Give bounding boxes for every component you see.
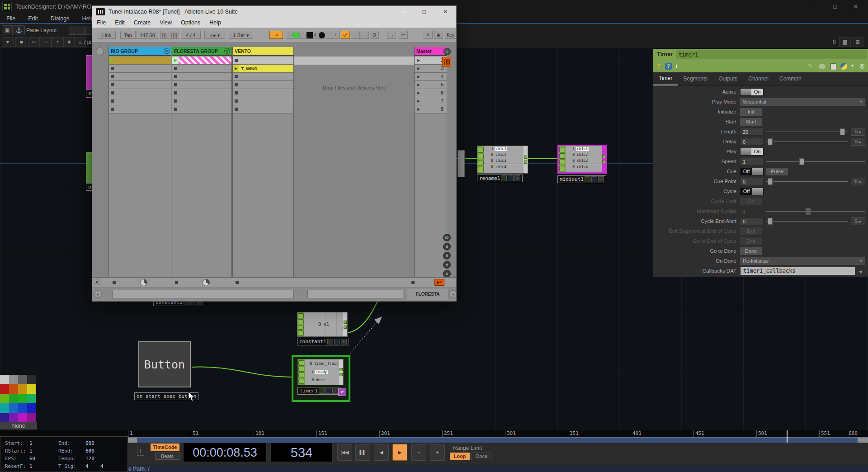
node-flag-button[interactable] bbox=[585, 176, 590, 182]
mixer-toggle-io[interactable]: IO bbox=[443, 234, 451, 241]
timecode-mode-button[interactable]: TimeCode bbox=[151, 444, 179, 451]
info-icon[interactable]: i bbox=[676, 62, 678, 69]
clip-slot-rio-2[interactable]: ▶ bbox=[109, 57, 171, 65]
palette-swatch[interactable] bbox=[18, 394, 27, 403]
tab-timer[interactable]: Timer bbox=[653, 72, 678, 85]
param-unit-button[interactable]: S ▸ bbox=[851, 217, 865, 225]
ableton-window[interactable]: Tunel Intalacao R08* [Tunel] - Ableton L… bbox=[92, 5, 457, 302]
slider-handle[interactable] bbox=[768, 138, 773, 145]
param-field-speed[interactable]: 1 bbox=[740, 158, 764, 165]
clip-slot-vento-7[interactable] bbox=[233, 97, 293, 105]
palette-swatch[interactable] bbox=[18, 403, 27, 413]
new-midi-icon[interactable]: + bbox=[331, 31, 340, 39]
clip-slot-floresta-5[interactable] bbox=[172, 81, 231, 89]
mixer-toggle-d[interactable]: D bbox=[443, 270, 451, 278]
time-signature-field[interactable]: 4 / 4 bbox=[181, 31, 201, 39]
palette-swatch[interactable] bbox=[27, 384, 36, 394]
list-icon[interactable]: ≣ bbox=[852, 37, 863, 47]
clip-slot-rio-6[interactable] bbox=[109, 89, 171, 97]
clip-slot-vento-5[interactable] bbox=[233, 81, 293, 89]
param-slider-cue-point[interactable] bbox=[766, 178, 848, 185]
node-button-comp[interactable]: Button bbox=[138, 341, 191, 387]
clip-slot-floresta-3[interactable] bbox=[172, 65, 231, 73]
master-header[interactable]: Master bbox=[415, 47, 447, 56]
scene-slot-6[interactable]: ▶6 bbox=[415, 89, 447, 97]
clip-slot-rio-5[interactable] bbox=[109, 81, 171, 89]
pan-knob[interactable] bbox=[140, 279, 147, 286]
palette-swatch[interactable] bbox=[9, 375, 18, 384]
node-flags-strip[interactable] bbox=[297, 312, 304, 336]
palette-swatch[interactable] bbox=[18, 384, 27, 394]
clip-slot-vento-2[interactable] bbox=[233, 57, 293, 65]
tab-segments[interactable]: Segments bbox=[678, 73, 713, 85]
scrollbar-handle-right[interactable] bbox=[858, 438, 868, 443]
node-rename1[interactable]: 1ch1c10ch1c20ch1c30ch1c4 bbox=[477, 146, 528, 174]
nudge-down-icon[interactable]: ||| bbox=[160, 31, 169, 39]
grid-icon[interactable]: ▦ bbox=[839, 37, 851, 47]
stop-icon[interactable] bbox=[307, 32, 313, 38]
metronome-button[interactable]: ○● ▾ bbox=[204, 31, 225, 39]
pan-knob[interactable] bbox=[203, 279, 210, 286]
add-parameter-icon[interactable]: + bbox=[851, 62, 854, 69]
quantization-menu[interactable]: 1 Bar ▾ bbox=[229, 31, 253, 39]
back-to-arrangement-icon[interactable]: ▶≡ bbox=[434, 279, 444, 286]
node-plus-button[interactable]: + bbox=[514, 175, 520, 181]
back-arrow-icon[interactable]: ⇦ bbox=[28, 37, 40, 47]
status-field[interactable] bbox=[307, 290, 403, 298]
palette-swatch[interactable] bbox=[0, 375, 9, 384]
comment-icon[interactable] bbox=[819, 64, 826, 69]
node-timer1-flag-badge[interactable]: ➤ bbox=[338, 388, 346, 396]
ableton-titlebar[interactable]: Tunel Intalacao R08* [Tunel] - Ableton L… bbox=[92, 6, 456, 18]
node-flag-button[interactable] bbox=[508, 175, 514, 181]
session-record-icon[interactable]: o° bbox=[341, 31, 350, 39]
node-output-strip[interactable] bbox=[602, 146, 606, 172]
nudge-up-icon[interactable]: |||| bbox=[170, 31, 179, 39]
palette-swatch[interactable] bbox=[27, 413, 36, 422]
node-flag-button[interactable] bbox=[319, 388, 325, 394]
palette-swatch[interactable] bbox=[0, 413, 9, 422]
track-menu-icon[interactable]: ≡ bbox=[224, 48, 230, 54]
jump-start-button[interactable]: |◀◀ bbox=[337, 444, 352, 461]
palette-swatch[interactable] bbox=[18, 413, 27, 422]
scene-slot-8[interactable]: ▶8 bbox=[415, 105, 447, 113]
clip-slot-rio-3[interactable] bbox=[109, 65, 171, 73]
pane-type-dropdown[interactable]: ▾ bbox=[2, 37, 14, 47]
pause-button[interactable]: ▌▌ bbox=[355, 444, 370, 461]
ableton-menu-view[interactable]: View bbox=[155, 19, 176, 26]
beats-mode-button[interactable]: Beats bbox=[155, 453, 179, 460]
image-viewer-icon[interactable]: ▣ bbox=[2, 25, 13, 35]
target-icon[interactable]: ◎ bbox=[859, 62, 864, 69]
node-label-timer1[interactable]: timer1+ bbox=[297, 387, 340, 395]
node-output-strip[interactable] bbox=[339, 359, 343, 385]
status-field[interactable] bbox=[112, 290, 294, 298]
link-button[interactable]: Link bbox=[98, 31, 116, 39]
ableton-menu-help[interactable]: Help bbox=[205, 19, 226, 26]
td-maximize-button[interactable]: □ bbox=[829, 3, 841, 11]
timeline-scrollbar[interactable] bbox=[0, 437, 868, 443]
clip-slot-vento-6[interactable] bbox=[233, 89, 293, 97]
td-menu-edit[interactable]: Edit bbox=[22, 15, 44, 22]
node-flags-strip[interactable] bbox=[559, 146, 566, 172]
ableton-menu-file[interactable]: File bbox=[92, 19, 110, 26]
ableton-maximize-button[interactable]: □ bbox=[419, 8, 429, 16]
follow-button[interactable]: ➜ bbox=[269, 31, 283, 39]
node-plus-button[interactable]: + bbox=[332, 388, 338, 394]
clip-slot-rio-4[interactable] bbox=[109, 73, 171, 81]
network-path[interactable]: / proje bbox=[84, 39, 92, 45]
param-pulse-button[interactable]: Pulse bbox=[766, 168, 788, 175]
node-flags-strip[interactable] bbox=[298, 359, 305, 385]
node-label-midiout1[interactable]: midiout1+ bbox=[557, 175, 606, 183]
star-icon[interactable]: ★ bbox=[63, 37, 75, 47]
param-button-initialize[interactable]: Init bbox=[740, 108, 762, 116]
help-icon[interactable]: ? bbox=[657, 62, 660, 69]
anchor-icon[interactable]: ⚓ bbox=[14, 25, 24, 35]
scene-slot-7[interactable]: ▶7 bbox=[415, 97, 447, 105]
track-header-rio[interactable]: RIO GROUP≡ bbox=[109, 47, 171, 56]
re-enable-automation-icon[interactable]: ← bbox=[351, 31, 360, 39]
param-field-delay[interactable]: 0 bbox=[740, 138, 764, 146]
node-flag-button[interactable] bbox=[591, 176, 597, 182]
pane-layout-option[interactable] bbox=[69, 26, 76, 35]
track-menu-icon[interactable]: ≡ bbox=[164, 48, 170, 54]
io-meter-icon[interactable] bbox=[442, 57, 451, 67]
scene-slot-4[interactable]: ▶4 bbox=[415, 73, 447, 81]
